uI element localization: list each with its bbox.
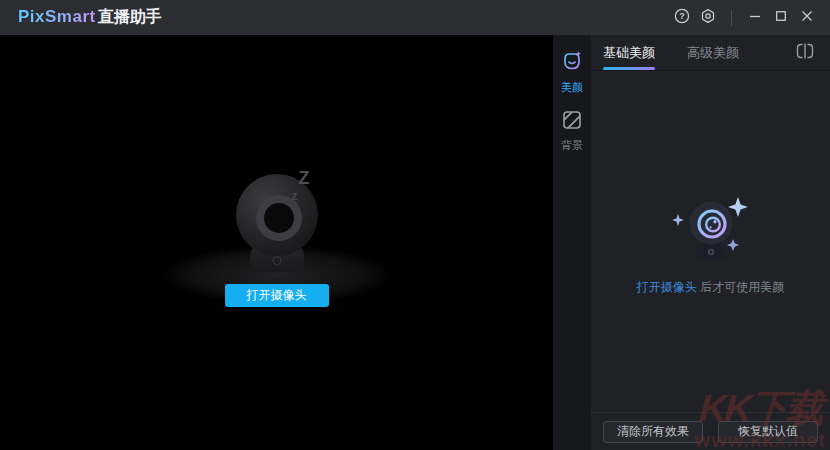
maximize-icon bbox=[774, 9, 788, 27]
sleep-z-large: Z bbox=[299, 168, 310, 189]
rail-item-background[interactable]: 背景 bbox=[553, 103, 591, 161]
beauty-face-icon bbox=[560, 49, 584, 77]
open-camera-link[interactable]: 打开摄像头 bbox=[637, 280, 697, 294]
tab-basic-beauty[interactable]: 基础美颜 bbox=[603, 35, 655, 71]
rail-item-beauty[interactable]: 美颜 bbox=[553, 43, 591, 103]
titlebar: PixSmart 直播助手 ? bbox=[0, 0, 830, 35]
rail-label-background: 背景 bbox=[561, 138, 583, 153]
brand-name: PixSmart bbox=[18, 7, 96, 27]
rail-label-beauty: 美颜 bbox=[561, 80, 583, 95]
app-window: PixSmart 直播助手 ? bbox=[0, 0, 830, 450]
close-button[interactable] bbox=[794, 5, 820, 31]
feature-rail: 美颜 背景 bbox=[553, 35, 591, 450]
svg-text:?: ? bbox=[679, 11, 685, 21]
split-compare-icon bbox=[796, 43, 814, 63]
camera-preview-stage: Z z 打开摄像头 bbox=[0, 35, 553, 450]
beauty-tabs: 基础美颜 高级美颜 bbox=[591, 35, 830, 71]
app-logo: PixSmart 直播助手 bbox=[18, 7, 162, 28]
help-button[interactable]: ? bbox=[669, 5, 695, 31]
minimize-icon bbox=[748, 9, 762, 27]
hint-text: 后才可使用美颜 bbox=[697, 280, 784, 294]
minimize-button[interactable] bbox=[742, 5, 768, 31]
open-camera-button[interactable]: 打开摄像头 bbox=[225, 284, 329, 307]
help-icon: ? bbox=[674, 8, 690, 28]
brand-suffix: 直播助手 bbox=[98, 7, 162, 28]
maximize-button[interactable] bbox=[768, 5, 794, 31]
controls-divider bbox=[731, 10, 732, 26]
beauty-empty-state: 打开摄像头 后才可使用美颜 bbox=[591, 193, 830, 296]
window-controls: ? bbox=[669, 5, 820, 31]
tab-advanced-beauty[interactable]: 高级美颜 bbox=[687, 35, 739, 71]
sleep-z-small: z bbox=[292, 189, 298, 203]
settings-button[interactable] bbox=[695, 5, 721, 31]
background-icon bbox=[561, 109, 583, 135]
clear-all-effects-button[interactable]: 清除所有效果 bbox=[603, 421, 703, 443]
webcam-sparkles-icon bbox=[665, 193, 757, 269]
gear-icon bbox=[700, 8, 716, 28]
close-icon bbox=[800, 9, 814, 27]
split-compare-button[interactable] bbox=[794, 42, 816, 64]
panel-footer: 清除所有效果 恢复默认值 bbox=[591, 412, 830, 450]
beauty-panel: 基础美颜 高级美颜 bbox=[591, 35, 830, 450]
restore-defaults-button[interactable]: 恢复默认值 bbox=[718, 421, 818, 443]
empty-state-hint: 打开摄像头 后才可使用美颜 bbox=[637, 279, 784, 296]
